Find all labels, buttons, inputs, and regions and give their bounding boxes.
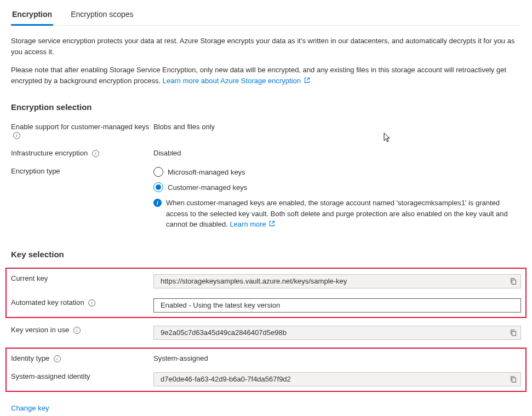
svg-rect-1 xyxy=(512,331,516,336)
svg-rect-0 xyxy=(512,280,516,284)
label-identity-type: Identity type i xyxy=(11,352,153,362)
radio-icon xyxy=(153,182,163,192)
value-identity-type: System-assigned xyxy=(153,352,521,362)
row-infra-encryption: Infrastructure encryption i Disabled xyxy=(11,147,521,157)
key-version-input[interactable] xyxy=(159,328,510,337)
radio-ms-managed-label: Microsoft-managed keys xyxy=(168,168,245,176)
rotation-field[interactable] xyxy=(153,298,521,313)
tab-encryption-scopes[interactable]: Encryption scopes xyxy=(70,5,134,25)
change-key-link[interactable]: Change key xyxy=(11,404,49,412)
copy-icon[interactable] xyxy=(510,329,517,337)
copy-icon[interactable] xyxy=(510,375,517,383)
current-key-input[interactable] xyxy=(159,276,510,286)
info-icon[interactable]: i xyxy=(88,299,95,307)
label-identity-type-text: Identity type xyxy=(11,354,49,362)
cmk-note-text: When customer-managed keys are enabled, … xyxy=(166,198,521,230)
label-rotation: Automated key rotation i xyxy=(11,296,153,307)
current-key-field xyxy=(153,274,521,288)
label-infra-encryption: Infrastructure encryption i xyxy=(11,147,153,157)
rotation-input[interactable] xyxy=(159,301,515,310)
radio-customer-managed[interactable]: Customer-managed keys xyxy=(153,182,521,192)
highlight-current-key-rotation: Current key Automated key rotation i xyxy=(5,268,527,318)
label-key-version: Key version in use i xyxy=(11,323,153,334)
value-current-key xyxy=(153,272,521,288)
row-key-version: Key version in use i xyxy=(11,323,521,340)
external-link-icon xyxy=(304,78,310,84)
cmk-learn-more-link[interactable]: Learn more xyxy=(230,220,275,228)
external-link-icon xyxy=(269,221,275,228)
row-rotation: Automated key rotation i xyxy=(11,296,521,313)
intro-paragraph-2: Please note that after enabling Storage … xyxy=(11,65,521,86)
label-sys-identity: System-assigned identity xyxy=(11,370,153,380)
sys-identity-field xyxy=(153,372,521,386)
info-icon[interactable]: i xyxy=(73,327,81,334)
value-cmk-support: Blobs and files only xyxy=(153,120,521,131)
label-cmk-support-text: Enable support for customer-managed keys xyxy=(11,123,149,131)
key-version-field xyxy=(153,326,521,340)
info-icon[interactable]: i xyxy=(92,150,99,157)
cmk-note: i When customer-managed keys are enabled… xyxy=(153,198,521,230)
info-icon[interactable]: i xyxy=(54,355,61,362)
label-infra-encryption-text: Infrastructure encryption xyxy=(11,149,88,157)
tab-encryption[interactable]: Encryption xyxy=(11,5,53,26)
highlight-identity: Identity type i System-assigned System-a… xyxy=(5,348,527,392)
cmk-note-body: When customer-managed keys are enabled, … xyxy=(166,199,508,228)
label-current-key: Current key xyxy=(11,272,153,282)
sys-identity-input[interactable] xyxy=(159,374,510,384)
value-sys-identity xyxy=(153,370,521,386)
row-encryption-type: Encryption type Microsoft-managed keys C… xyxy=(11,165,521,233)
section-heading-encryption-selection: Encryption selection xyxy=(11,102,521,112)
blue-info-icon-wrap: i xyxy=(153,198,162,207)
value-key-version xyxy=(153,323,521,340)
svg-rect-2 xyxy=(512,378,516,382)
radio-ms-managed[interactable]: Microsoft-managed keys xyxy=(153,167,521,177)
info-icon[interactable]: i xyxy=(13,132,20,139)
row-sys-identity: System-assigned identity xyxy=(11,370,521,386)
label-encryption-type: Encryption type xyxy=(11,165,153,175)
copy-icon[interactable] xyxy=(510,278,517,285)
radio-customer-managed-label: Customer-managed keys xyxy=(168,183,247,192)
row-identity-type: Identity type i System-assigned xyxy=(11,352,521,362)
row-current-key: Current key xyxy=(11,272,521,288)
section-heading-key-selection: Key selection xyxy=(11,250,521,259)
radio-group-encryption-type: Microsoft-managed keys Customer-managed … xyxy=(153,165,521,233)
learn-more-encryption-link[interactable]: Learn more about Azure Storage encryptio… xyxy=(163,77,310,85)
value-infra-encryption: Disabled xyxy=(153,147,521,157)
label-cmk-support: Enable support for customer-managed keys… xyxy=(11,120,153,139)
learn-more-encryption-link-text: Learn more about Azure Storage encryptio… xyxy=(163,77,301,85)
label-key-version-text: Key version in use xyxy=(11,326,69,334)
cmk-learn-more-text: Learn more xyxy=(230,220,266,228)
label-rotation-text: Automated key rotation xyxy=(11,298,84,307)
tabs: Encryption Encryption scopes xyxy=(11,5,521,26)
value-rotation xyxy=(153,296,521,313)
row-cmk-support: Enable support for customer-managed keys… xyxy=(11,120,521,139)
radio-icon xyxy=(153,167,163,177)
blue-info-icon: i xyxy=(153,199,162,207)
intro-paragraph-1: Storage service encryption protects your… xyxy=(11,36,521,57)
